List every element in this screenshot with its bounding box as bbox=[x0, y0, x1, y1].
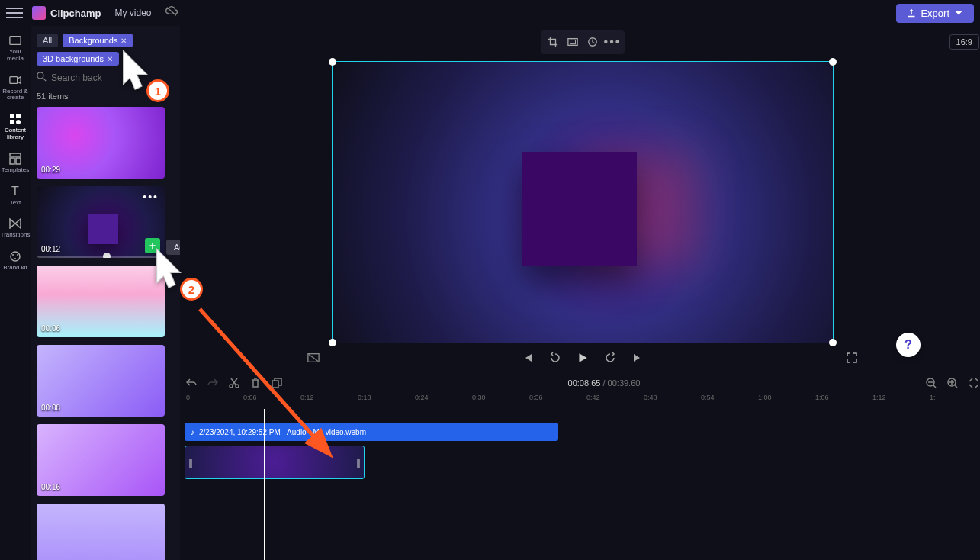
video-clip[interactable]: ‖ ‖ bbox=[185, 446, 365, 479]
ruler-tick: 0 bbox=[185, 394, 242, 409]
svg-rect-4 bbox=[10, 120, 14, 124]
resize-handle[interactable] bbox=[829, 58, 837, 66]
app-brand: Clipchamp bbox=[50, 8, 101, 19]
ruler-tick: 1: bbox=[928, 394, 980, 409]
content-library-panel: All Backgrounds✕ 3D backgrounds✕ 51 item… bbox=[31, 26, 180, 560]
library-item[interactable]: 00:16 bbox=[37, 424, 165, 496]
library-icon bbox=[8, 112, 22, 126]
app-logo bbox=[32, 6, 46, 20]
text-icon: T bbox=[8, 185, 22, 198]
split-button[interactable] bbox=[227, 376, 241, 390]
ruler-tick: 0:12 bbox=[299, 394, 356, 409]
close-icon[interactable]: ✕ bbox=[107, 55, 113, 63]
ruler-tick: 0:18 bbox=[356, 394, 413, 409]
rail-transitions[interactable]: Transitions bbox=[1, 214, 30, 245]
ruler-tick: 0:54 bbox=[699, 394, 757, 409]
playhead[interactable] bbox=[264, 409, 265, 560]
templates-icon bbox=[8, 152, 22, 166]
duration-label: 00:29 bbox=[41, 166, 60, 174]
filter-tag-all[interactable]: All bbox=[37, 34, 58, 47]
rail-brand-kit[interactable]: Brand kit bbox=[1, 246, 30, 278]
aspect-ratio-button[interactable]: 16:9 bbox=[949, 34, 979, 50]
ruler-tick: 1:06 bbox=[814, 394, 871, 409]
duration-label: 00:06 bbox=[41, 324, 60, 333]
svg-point-9 bbox=[11, 252, 20, 261]
media-icon bbox=[8, 34, 22, 47]
fit-zoom-button[interactable] bbox=[967, 376, 980, 390]
svg-rect-8 bbox=[16, 158, 21, 164]
library-item[interactable]: 00:26 bbox=[37, 504, 165, 560]
delete-button[interactable] bbox=[249, 376, 262, 390]
play-button[interactable] bbox=[576, 351, 590, 365]
ruler-tick: 0:30 bbox=[471, 394, 528, 409]
svg-point-12 bbox=[14, 258, 16, 259]
library-item[interactable]: ••• 00:12 + bbox=[37, 186, 165, 258]
add-to-timeline-tooltip: Add to timeline bbox=[166, 240, 180, 255]
timeline-ruler[interactable]: 00:060:120:180:240:300:360:420:480:541:0… bbox=[180, 394, 980, 409]
rail-templates[interactable]: Templates bbox=[1, 149, 30, 180]
svg-rect-6 bbox=[10, 153, 21, 156]
svg-rect-2 bbox=[10, 114, 14, 118]
svg-rect-7 bbox=[10, 158, 14, 164]
duration-label: 00:12 bbox=[41, 245, 60, 253]
svg-point-18 bbox=[230, 385, 233, 388]
crop-button[interactable] bbox=[544, 33, 562, 51]
fit-button[interactable] bbox=[564, 33, 582, 51]
rail-content-library[interactable]: Content library bbox=[1, 109, 30, 147]
item-count: 51 items bbox=[37, 92, 174, 101]
menu-button[interactable] bbox=[6, 5, 23, 21]
more-icon[interactable]: ••• bbox=[143, 191, 159, 203]
svg-rect-20 bbox=[272, 381, 278, 388]
ruler-tick: 1:00 bbox=[757, 394, 814, 409]
brand-icon bbox=[8, 249, 22, 263]
rail-record[interactable]: Record & create bbox=[1, 70, 30, 108]
clip-handle-right[interactable]: ‖ bbox=[356, 457, 361, 468]
svg-rect-1 bbox=[10, 76, 18, 83]
library-item[interactable]: 00:06 bbox=[37, 266, 165, 337]
duplicate-button[interactable] bbox=[270, 376, 284, 390]
preview-content bbox=[522, 152, 637, 266]
svg-point-10 bbox=[12, 254, 14, 256]
left-rail: Your media Record & create Content libra… bbox=[0, 26, 31, 560]
video-preview[interactable] bbox=[332, 61, 834, 343]
svg-point-13 bbox=[37, 72, 43, 79]
library-item[interactable]: 00:08 bbox=[37, 345, 165, 417]
svg-point-19 bbox=[236, 385, 239, 388]
ruler-tick: 0:36 bbox=[528, 394, 585, 409]
filter-tag-backgrounds[interactable]: Backgrounds✕ bbox=[63, 34, 133, 47]
skip-end-button[interactable] bbox=[631, 351, 644, 365]
project-name[interactable]: My video bbox=[114, 8, 151, 18]
hide-bounds-button[interactable] bbox=[307, 351, 320, 365]
forward-button[interactable] bbox=[603, 351, 617, 365]
svg-rect-0 bbox=[10, 37, 21, 45]
close-icon[interactable]: ✕ bbox=[120, 37, 127, 45]
svg-rect-3 bbox=[16, 114, 21, 118]
help-button[interactable]: ? bbox=[896, 333, 921, 357]
fullscreen-button[interactable] bbox=[845, 351, 859, 365]
search-input[interactable] bbox=[51, 72, 174, 83]
svg-point-5 bbox=[16, 120, 21, 124]
pip-button[interactable] bbox=[583, 33, 602, 51]
undo-button[interactable] bbox=[185, 376, 198, 390]
export-button[interactable]: Export bbox=[896, 4, 974, 23]
rail-text[interactable]: T Text bbox=[1, 182, 30, 213]
skip-start-button[interactable] bbox=[521, 351, 535, 365]
zoom-in-button[interactable] bbox=[946, 376, 959, 390]
zoom-out-button[interactable] bbox=[924, 376, 938, 390]
more-button[interactable]: ••• bbox=[603, 33, 622, 51]
preview-slider[interactable] bbox=[37, 256, 165, 258]
add-to-timeline-button[interactable]: + bbox=[145, 238, 160, 253]
redo-button[interactable] bbox=[206, 376, 220, 390]
rewind-button[interactable] bbox=[548, 351, 562, 365]
timeline-tracks[interactable]: ♪ 2/23/2024, 10:29:52 PM - Audio - My vi… bbox=[180, 409, 980, 479]
filter-tag-3d-backgrounds[interactable]: 3D backgrounds✕ bbox=[37, 52, 119, 66]
rail-your-media[interactable]: Your media bbox=[1, 31, 30, 69]
cloud-off-icon[interactable] bbox=[165, 6, 178, 20]
ruler-tick: 1:12 bbox=[871, 394, 928, 409]
resize-handle[interactable] bbox=[329, 58, 336, 66]
playhead-time: 00:08.65 / 00:39.60 bbox=[568, 378, 641, 388]
ruler-tick: 0:48 bbox=[642, 394, 699, 409]
clip-handle-left[interactable]: ‖ bbox=[188, 457, 193, 468]
library-item[interactable]: 00:29 bbox=[37, 107, 165, 179]
audio-clip[interactable]: ♪ 2/23/2024, 10:29:52 PM - Audio - My vi… bbox=[185, 423, 558, 441]
